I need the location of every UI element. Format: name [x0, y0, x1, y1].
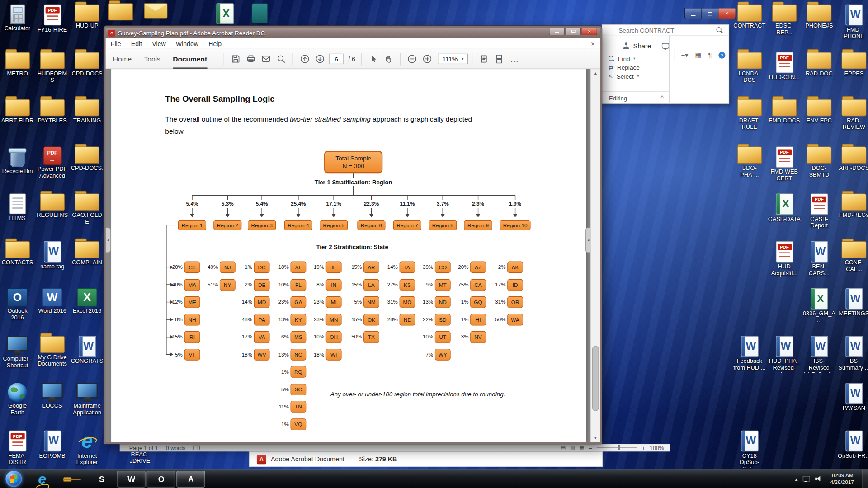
desktop-icon-fmd-regs[interactable]: FMD-REGs — [838, 194, 868, 219]
desktop-icon-regultns[interactable]: REGULTNS — [36, 194, 69, 219]
tab-home[interactable]: Home — [113, 49, 132, 69]
hand-tool-icon[interactable] — [381, 52, 396, 66]
print-layout-icon[interactable]: ▥ — [570, 445, 575, 450]
zoom-slider-thumb[interactable] — [618, 445, 620, 450]
desktop-icon-hudforms[interactable]: HUDFORMS — [36, 52, 69, 84]
desktop-icon-rad-review[interactable]: RAD-REVIEW — [838, 99, 868, 131]
desktop-icon-loccs[interactable]: LOCCS — [36, 383, 69, 409]
left-panel-toggle[interactable]: ◂ — [106, 227, 111, 253]
desktop-icon-label-reac-jdrive[interactable]: REAC-JDRIVE — [121, 451, 158, 464]
desktop-icon-ibs-revised-hud-guid[interactable]: IBS- Revised HUD Guid... — [803, 336, 835, 373]
desktop-icon-fy16-hire[interactable]: FY16-HIRE — [36, 5, 69, 33]
proofing-icon[interactable] — [193, 445, 200, 450]
desktop-icon-opsub-fr[interactable]: OpSub-FR... — [838, 431, 868, 460]
page-count-status[interactable]: Page 1 of 1 — [129, 445, 158, 450]
desktop-icon-env-epc[interactable]: ENV-EPC — [803, 99, 835, 124]
comment-icon[interactable] — [662, 43, 669, 49]
desktop-icon-folder[interactable] — [104, 3, 137, 20]
desktop-icon-fmd-docs[interactable]: FMD-DOCS — [768, 99, 801, 124]
desktop-icon-calculator[interactable]: Calculator — [1, 5, 33, 32]
desktop-icon-fema-distr[interactable]: FEMA-DISTR — [1, 431, 33, 466]
desktop-icon-feedback-from-hud[interactable]: Feedback from HUD ... — [733, 336, 766, 371]
acrobat-titlebar[interactable]: A Survey-Sampling Plan.pdf - Adobe Acrob… — [106, 28, 600, 38]
desktop-icon-eop-omb[interactable]: EOP.OMB — [36, 431, 69, 460]
desktop-icon-envelope[interactable] — [139, 3, 172, 18]
maximize-button[interactable] — [702, 8, 718, 19]
vertical-scrollbar[interactable]: ▲ ▼ — [590, 69, 600, 442]
desktop-icon-htms[interactable]: HTMS — [1, 194, 33, 222]
desktop-icon-cpd-docs[interactable]: CPD-DOCS — [71, 52, 104, 77]
desktop-icon-bdo-pha[interactable]: BDO-PHA-... — [733, 146, 766, 178]
desktop-icon-gasb-report[interactable]: GASB-Report — [803, 194, 835, 229]
desktop-icon-ben-cars[interactable]: BEN-CARS... — [803, 241, 835, 277]
desktop-icon-arf-docs[interactable]: ARF-DOCS — [838, 146, 868, 171]
desktop-icon-gao-folde[interactable]: GAO.FOLDE — [71, 194, 104, 225]
document-close-icon[interactable]: × — [591, 40, 595, 47]
zoom-in-button[interactable]: + — [642, 444, 645, 451]
desktop-icon-paytbles[interactable]: PAYTBLES — [36, 99, 69, 124]
find-button[interactable]: Find ▾ — [602, 54, 669, 63]
desktop-icon-recycle-bin[interactable]: Recycle Bin — [1, 146, 33, 174]
desktop-icon-tealfile[interactable] — [243, 3, 276, 23]
next-page-icon[interactable] — [312, 52, 328, 66]
taskbar-icon-skype[interactable] — [87, 470, 116, 487]
previous-page-icon[interactable] — [297, 52, 312, 66]
desktop-icon-word-2016[interactable]: Word 2016 — [36, 288, 69, 314]
start-button[interactable] — [0, 469, 27, 488]
list-icon[interactable]: ≡▾ — [681, 52, 688, 59]
read-mode-icon[interactable]: ▤ — [561, 445, 566, 450]
close-button[interactable]: × — [581, 28, 597, 35]
desktop-icon-contacts[interactable]: CONTACTS — [1, 241, 33, 266]
desktop-icon-conf-cal[interactable]: CONF-CAL... — [838, 241, 868, 273]
desktop-icon-rad-doc[interactable]: RAD-DOC — [803, 52, 835, 77]
desktop-icon-hud-pha-revised-4[interactable]: HUD_PHA_ Revised- 4-... — [768, 336, 801, 373]
close-button[interactable]: × — [718, 8, 735, 19]
taskbar-icon-ie[interactable] — [28, 470, 56, 487]
desktop-icon-0336-gm-a[interactable]: 0336_GM_A... — [803, 288, 835, 324]
desktop-icon-name-tag[interactable]: name tag — [36, 241, 69, 270]
web-layout-icon[interactable]: ▦ — [580, 445, 585, 450]
desktop-icon-draft-rule[interactable]: DRAFT-RULE — [733, 99, 766, 131]
desktop-icon-complain[interactable]: COMPLAIN — [71, 241, 104, 266]
scroll-up-icon[interactable]: ▲ — [591, 69, 600, 77]
zoom-in-icon[interactable] — [420, 52, 435, 66]
desktop-icon-my-g-drive-documents[interactable]: My G Drive Documents — [36, 336, 69, 367]
select-tool-icon[interactable] — [366, 52, 381, 66]
replace-button[interactable]: ⇄ Replace — [602, 63, 669, 72]
taskbar-icon-outlook[interactable] — [146, 470, 175, 487]
desktop-icon-hud-acquisiti[interactable]: HUD Acquisiti... — [768, 241, 801, 277]
scrollbar-thumb[interactable] — [592, 346, 599, 411]
desktop-icon-computer-shortcut[interactable]: Computer - Shortcut — [1, 336, 33, 369]
desktop-icon-contract[interactable]: CONTRACT — [733, 5, 766, 29]
search-icon[interactable] — [274, 52, 289, 66]
desktop-icon-cy18-opsub-not[interactable]: CY18 OpSub-Not... — [733, 431, 766, 468]
save-icon[interactable] — [228, 52, 243, 66]
taskbar-clock[interactable]: 10:09 AM 4/26/2017 — [830, 472, 854, 486]
desktop-icon-internet-explorer[interactable]: Internet Explorer — [71, 431, 104, 466]
desktop-icon-meetings[interactable]: MEETINGS — [838, 288, 868, 317]
desktop-icon-ibs-summary[interactable]: IBS- Summary ... — [838, 336, 868, 371]
menu-file[interactable]: File — [106, 40, 126, 47]
zoom-out-icon[interactable] — [405, 52, 420, 66]
share-button[interactable]: Share — [633, 42, 651, 50]
pdf-page[interactable]: The Overall Sampling Logic The overall o… — [111, 69, 586, 442]
menu-view[interactable]: View — [147, 40, 171, 47]
email-icon[interactable] — [258, 52, 274, 66]
select-button[interactable]: ↖ Select ▾ — [602, 72, 669, 81]
tray-expand-icon[interactable]: ▴ — [795, 476, 798, 482]
taskbar-icon-wordapp[interactable] — [117, 470, 145, 487]
menu-edit[interactable]: Edit — [126, 40, 147, 47]
collapse-ribbon-icon[interactable]: ^ — [661, 94, 664, 100]
desktop-icon-arrt-fldr[interactable]: ARRT-FLDR — [1, 99, 33, 124]
maximize-button[interactable] — [565, 28, 581, 35]
help-icon[interactable]: ? — [718, 52, 725, 59]
desktop-icon-mainframe-application[interactable]: Mainframe Application — [71, 383, 104, 416]
word-count-status[interactable]: 0 words — [166, 445, 186, 450]
desktop-icon-google-earth[interactable]: Google Earth — [1, 383, 33, 416]
desktop-icon-doc-sbmtd[interactable]: DOC-SBMTD — [803, 146, 835, 178]
desktop-icon-metro[interactable]: METRO — [1, 52, 33, 77]
volume-icon[interactable] — [815, 476, 822, 482]
show-desktop-button[interactable] — [863, 469, 868, 488]
menu-window[interactable]: Window — [171, 40, 203, 47]
desktop-icon-exceldoc[interactable] — [208, 3, 241, 24]
